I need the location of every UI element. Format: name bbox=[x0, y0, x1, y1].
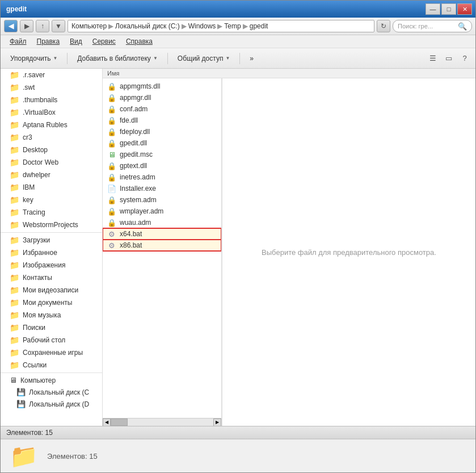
file-type-icon: 🖥 bbox=[107, 150, 116, 159]
list-item[interactable]: 🔒inetres.adm bbox=[103, 171, 221, 183]
add-library-button[interactable]: Добавить в библиотеку ▼ bbox=[71, 51, 163, 66]
sidebar-item-downloads[interactable]: 📁 Загрузки bbox=[1, 234, 102, 246]
sidebar-label-dwhelper: dwhelper bbox=[23, 171, 50, 179]
scroll-left-button[interactable]: ◀ bbox=[103, 418, 111, 426]
list-item[interactable]: 🔒gptext.dll bbox=[103, 160, 221, 171]
list-item[interactable]: 🔒fde.dll bbox=[103, 115, 221, 126]
minimize-button[interactable]: — bbox=[426, 3, 440, 15]
organize-button[interactable]: Упорядочить ▼ bbox=[4, 51, 64, 66]
up-button[interactable]: ↑ bbox=[36, 20, 49, 32]
folder-icon: 📁 bbox=[10, 236, 19, 245]
sidebar-item-favorites[interactable]: 📁 Избранное bbox=[1, 246, 102, 259]
sidebar-item-desktop[interactable]: 📁 Desktop bbox=[1, 144, 102, 156]
sidebar-label-doctorweb: Doctor Web bbox=[23, 158, 58, 166]
bottom-bar: Элементов: 15 bbox=[1, 426, 475, 438]
sidebar-item-drive-d[interactable]: 💾 Локальный диск (D bbox=[1, 398, 102, 410]
list-item[interactable]: 🖥gpedit.msc bbox=[103, 149, 221, 160]
drive-d-icon: 💾 bbox=[16, 400, 26, 408]
share-button[interactable]: Общий доступ ▼ bbox=[171, 51, 237, 66]
breadcrumb-windows[interactable]: Windows bbox=[188, 22, 216, 30]
file-name: conf.adm bbox=[120, 105, 148, 113]
list-item[interactable]: 🔒fdeploy.dll bbox=[103, 126, 221, 137]
sidebar-item-links[interactable]: 📁 Ссылки bbox=[1, 359, 102, 371]
sidebar-divider-2 bbox=[1, 372, 102, 373]
sidebar-label-music: Моя музыка bbox=[23, 311, 61, 319]
scroll-track[interactable] bbox=[111, 418, 213, 426]
list-item[interactable]: 🔒system.adm bbox=[103, 194, 221, 206]
sidebar-item-tracing[interactable]: 📁 Tracing bbox=[1, 206, 102, 219]
breadcrumb-bar[interactable]: Компьютер ▶ Локальный диск (C:) ▶ Window… bbox=[68, 20, 374, 32]
refresh-button[interactable]: ↻ bbox=[377, 20, 390, 32]
back-button[interactable]: ◀ bbox=[4, 20, 18, 32]
sidebar-item-virtualbox[interactable]: 📁 .VirtualBox bbox=[1, 106, 102, 119]
recent-button[interactable]: ▼ bbox=[52, 20, 65, 32]
file-type-icon: ⚙ bbox=[107, 241, 116, 250]
sidebar-item-documents[interactable]: 📁 Мои документы bbox=[1, 296, 102, 309]
list-item[interactable]: 🔒conf.adm bbox=[103, 103, 221, 115]
status-items-text: Элементов: 15 bbox=[47, 452, 98, 461]
file-name: appmgmts.dll bbox=[120, 82, 160, 90]
breadcrumb-temp[interactable]: Temp bbox=[224, 22, 241, 30]
sidebar-item-dwhelper[interactable]: 📁 dwhelper bbox=[1, 169, 102, 181]
sidebar-label-searches: Поиски bbox=[23, 324, 45, 332]
title-bar-buttons: — □ ✕ bbox=[426, 3, 472, 15]
sidebar-item-swt[interactable]: 📁 .swt bbox=[1, 81, 102, 94]
list-item[interactable]: 🔒gpedit.dll bbox=[103, 137, 221, 149]
file-type-icon: 🔒 bbox=[107, 173, 116, 182]
list-item[interactable]: 🔒wmplayer.adm bbox=[103, 206, 221, 217]
list-item[interactable]: 🔒appmgmts.dll bbox=[103, 81, 221, 92]
file-type-icon: 🔒 bbox=[107, 116, 116, 125]
items-count: Элементов: 15 bbox=[6, 429, 53, 437]
file-type-icon: ⚙ bbox=[107, 230, 116, 238]
folder-icon: 📁 bbox=[10, 133, 19, 142]
search-bar[interactable]: Поиск: гре... 🔍 bbox=[393, 20, 472, 32]
menu-view[interactable]: Вид bbox=[65, 36, 87, 47]
horizontal-scrollbar[interactable]: ◀ ▶ bbox=[103, 418, 221, 426]
menu-file[interactable]: Файл bbox=[5, 36, 31, 47]
scroll-right-button[interactable]: ▶ bbox=[213, 418, 221, 426]
sidebar-item-webstorm[interactable]: 📁 WebstormProjects bbox=[1, 219, 102, 231]
back-icon: ◀ bbox=[9, 22, 14, 30]
sidebar-item-desktop2[interactable]: 📁 Рабочий стол bbox=[1, 334, 102, 346]
list-view-button[interactable]: ☰ bbox=[426, 52, 440, 65]
sidebar-label-tracing: Tracing bbox=[23, 208, 45, 216]
menu-tools[interactable]: Сервис bbox=[88, 36, 120, 47]
explorer-window: gpedit — □ ✕ ◀ ▶ ↑ ▼ Компьютер ▶ Локальн… bbox=[0, 0, 476, 473]
list-item[interactable]: 📄Installer.exe bbox=[103, 183, 221, 194]
sidebar-item-thumbnails[interactable]: 📁 .thumbnails bbox=[1, 94, 102, 106]
sidebar-item-aptana[interactable]: 📁 Aptana Rubles bbox=[1, 119, 102, 131]
list-item[interactable]: 🔒wuau.adm bbox=[103, 217, 221, 228]
file-name: fde.dll bbox=[120, 116, 138, 124]
organize-arrow-icon: ▼ bbox=[53, 56, 57, 61]
folder-icon: 📁 bbox=[10, 183, 19, 192]
sidebar-item-rsaver[interactable]: 📁 .r.saver bbox=[1, 69, 102, 81]
maximize-button[interactable]: □ bbox=[441, 3, 456, 15]
list-item[interactable]: 🔒appmgr.dll bbox=[103, 92, 221, 103]
help-button[interactable]: ? bbox=[457, 52, 472, 65]
menu-edit[interactable]: Правка bbox=[32, 36, 65, 47]
scroll-thumb[interactable] bbox=[111, 418, 128, 426]
breadcrumb-gpedit[interactable]: gpedit bbox=[250, 22, 268, 30]
sidebar-item-images[interactable]: 📁 Изображения bbox=[1, 259, 102, 271]
sidebar-item-searches[interactable]: 📁 Поиски bbox=[1, 321, 102, 334]
sidebar-item-doctorweb[interactable]: 📁 Doctor Web bbox=[1, 156, 102, 169]
list-item[interactable]: ⚙x86.bat bbox=[103, 240, 221, 251]
sidebar-item-music[interactable]: 📁 Моя музыка bbox=[1, 309, 102, 321]
list-item[interactable]: ⚙x64.bat bbox=[103, 228, 221, 240]
breadcrumb-computer[interactable]: Компьютер bbox=[71, 22, 107, 30]
file-area: 🔒appmgmts.dll🔒appmgr.dll🔒conf.adm🔒fde.dl… bbox=[103, 78, 475, 426]
sidebar-item-drive-c[interactable]: 💾 Локальный диск (C bbox=[1, 386, 102, 398]
menu-help[interactable]: Справка bbox=[121, 36, 157, 47]
sidebar-item-videos[interactable]: 📁 Мои видеозаписи bbox=[1, 284, 102, 296]
more-button[interactable]: » bbox=[243, 51, 260, 66]
sidebar-item-key[interactable]: 📁 key bbox=[1, 194, 102, 206]
forward-button[interactable]: ▶ bbox=[20, 20, 33, 32]
close-button[interactable]: ✕ bbox=[457, 3, 472, 15]
sidebar-item-contacts[interactable]: 📁 Контакты bbox=[1, 271, 102, 284]
sidebar-item-cr3[interactable]: 📁 cr3 bbox=[1, 131, 102, 144]
sidebar-item-computer[interactable]: 🖥 Компьютер bbox=[1, 374, 102, 386]
sidebar-item-savedgames[interactable]: 📁 Сохраненные игры bbox=[1, 346, 102, 359]
tile-view-button[interactable]: ▭ bbox=[441, 52, 456, 65]
breadcrumb-c-drive[interactable]: Локальный диск (C:) bbox=[115, 22, 180, 30]
sidebar-item-ibm[interactable]: 📁 IBM bbox=[1, 181, 102, 194]
